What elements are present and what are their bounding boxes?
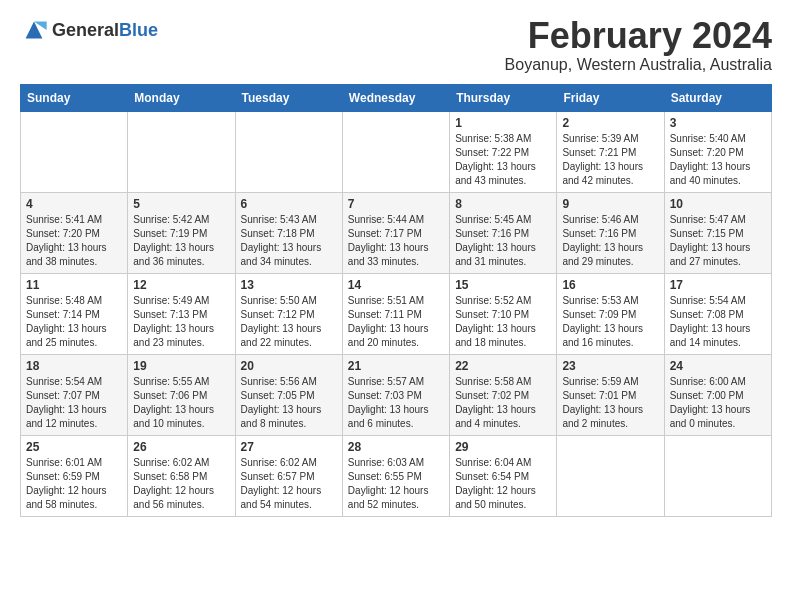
calendar-cell: 6Sunrise: 5:43 AM Sunset: 7:18 PM Daylig… bbox=[235, 192, 342, 273]
calendar-cell: 28Sunrise: 6:03 AM Sunset: 6:55 PM Dayli… bbox=[342, 435, 449, 516]
day-info: Sunrise: 5:38 AM Sunset: 7:22 PM Dayligh… bbox=[455, 132, 551, 188]
day-number: 8 bbox=[455, 197, 551, 211]
calendar-cell: 12Sunrise: 5:49 AM Sunset: 7:13 PM Dayli… bbox=[128, 273, 235, 354]
calendar-cell: 15Sunrise: 5:52 AM Sunset: 7:10 PM Dayli… bbox=[450, 273, 557, 354]
calendar-cell: 3Sunrise: 5:40 AM Sunset: 7:20 PM Daylig… bbox=[664, 111, 771, 192]
weekday-header-saturday: Saturday bbox=[664, 84, 771, 111]
day-number: 12 bbox=[133, 278, 229, 292]
page-header: General Blue February 2024 Boyanup, West… bbox=[20, 16, 772, 74]
day-number: 26 bbox=[133, 440, 229, 454]
calendar-cell: 21Sunrise: 5:57 AM Sunset: 7:03 PM Dayli… bbox=[342, 354, 449, 435]
calendar-cell bbox=[557, 435, 664, 516]
calendar-cell: 16Sunrise: 5:53 AM Sunset: 7:09 PM Dayli… bbox=[557, 273, 664, 354]
logo-blue-text: Blue bbox=[119, 21, 158, 39]
day-number: 5 bbox=[133, 197, 229, 211]
week-row-2: 4Sunrise: 5:41 AM Sunset: 7:20 PM Daylig… bbox=[21, 192, 772, 273]
day-info: Sunrise: 5:50 AM Sunset: 7:12 PM Dayligh… bbox=[241, 294, 337, 350]
calendar-cell: 19Sunrise: 5:55 AM Sunset: 7:06 PM Dayli… bbox=[128, 354, 235, 435]
logo-icon bbox=[20, 16, 48, 44]
day-info: Sunrise: 6:04 AM Sunset: 6:54 PM Dayligh… bbox=[455, 456, 551, 512]
day-info: Sunrise: 5:46 AM Sunset: 7:16 PM Dayligh… bbox=[562, 213, 658, 269]
day-info: Sunrise: 5:56 AM Sunset: 7:05 PM Dayligh… bbox=[241, 375, 337, 431]
day-info: Sunrise: 5:43 AM Sunset: 7:18 PM Dayligh… bbox=[241, 213, 337, 269]
calendar-cell: 7Sunrise: 5:44 AM Sunset: 7:17 PM Daylig… bbox=[342, 192, 449, 273]
day-info: Sunrise: 6:02 AM Sunset: 6:58 PM Dayligh… bbox=[133, 456, 229, 512]
calendar-cell: 17Sunrise: 5:54 AM Sunset: 7:08 PM Dayli… bbox=[664, 273, 771, 354]
calendar-table: SundayMondayTuesdayWednesdayThursdayFrid… bbox=[20, 84, 772, 517]
logo: General Blue bbox=[20, 16, 158, 44]
day-number: 19 bbox=[133, 359, 229, 373]
day-number: 10 bbox=[670, 197, 766, 211]
weekday-header-row: SundayMondayTuesdayWednesdayThursdayFrid… bbox=[21, 84, 772, 111]
day-number: 16 bbox=[562, 278, 658, 292]
day-info: Sunrise: 5:48 AM Sunset: 7:14 PM Dayligh… bbox=[26, 294, 122, 350]
day-number: 29 bbox=[455, 440, 551, 454]
day-info: Sunrise: 5:59 AM Sunset: 7:01 PM Dayligh… bbox=[562, 375, 658, 431]
weekday-header-wednesday: Wednesday bbox=[342, 84, 449, 111]
weekday-header-friday: Friday bbox=[557, 84, 664, 111]
day-info: Sunrise: 5:47 AM Sunset: 7:15 PM Dayligh… bbox=[670, 213, 766, 269]
day-info: Sunrise: 5:55 AM Sunset: 7:06 PM Dayligh… bbox=[133, 375, 229, 431]
calendar-cell: 14Sunrise: 5:51 AM Sunset: 7:11 PM Dayli… bbox=[342, 273, 449, 354]
day-number: 3 bbox=[670, 116, 766, 130]
day-info: Sunrise: 6:02 AM Sunset: 6:57 PM Dayligh… bbox=[241, 456, 337, 512]
day-info: Sunrise: 5:57 AM Sunset: 7:03 PM Dayligh… bbox=[348, 375, 444, 431]
calendar-cell: 8Sunrise: 5:45 AM Sunset: 7:16 PM Daylig… bbox=[450, 192, 557, 273]
calendar-cell: 10Sunrise: 5:47 AM Sunset: 7:15 PM Dayli… bbox=[664, 192, 771, 273]
day-info: Sunrise: 5:45 AM Sunset: 7:16 PM Dayligh… bbox=[455, 213, 551, 269]
week-row-1: 1Sunrise: 5:38 AM Sunset: 7:22 PM Daylig… bbox=[21, 111, 772, 192]
calendar-cell: 20Sunrise: 5:56 AM Sunset: 7:05 PM Dayli… bbox=[235, 354, 342, 435]
day-number: 4 bbox=[26, 197, 122, 211]
day-info: Sunrise: 5:40 AM Sunset: 7:20 PM Dayligh… bbox=[670, 132, 766, 188]
week-row-4: 18Sunrise: 5:54 AM Sunset: 7:07 PM Dayli… bbox=[21, 354, 772, 435]
calendar-cell: 11Sunrise: 5:48 AM Sunset: 7:14 PM Dayli… bbox=[21, 273, 128, 354]
day-number: 20 bbox=[241, 359, 337, 373]
day-number: 7 bbox=[348, 197, 444, 211]
day-number: 1 bbox=[455, 116, 551, 130]
day-info: Sunrise: 5:51 AM Sunset: 7:11 PM Dayligh… bbox=[348, 294, 444, 350]
day-info: Sunrise: 5:44 AM Sunset: 7:17 PM Dayligh… bbox=[348, 213, 444, 269]
calendar-cell: 4Sunrise: 5:41 AM Sunset: 7:20 PM Daylig… bbox=[21, 192, 128, 273]
day-info: Sunrise: 6:01 AM Sunset: 6:59 PM Dayligh… bbox=[26, 456, 122, 512]
day-number: 11 bbox=[26, 278, 122, 292]
calendar-cell: 27Sunrise: 6:02 AM Sunset: 6:57 PM Dayli… bbox=[235, 435, 342, 516]
day-info: Sunrise: 5:39 AM Sunset: 7:21 PM Dayligh… bbox=[562, 132, 658, 188]
day-number: 17 bbox=[670, 278, 766, 292]
day-number: 28 bbox=[348, 440, 444, 454]
calendar-cell: 1Sunrise: 5:38 AM Sunset: 7:22 PM Daylig… bbox=[450, 111, 557, 192]
week-row-3: 11Sunrise: 5:48 AM Sunset: 7:14 PM Dayli… bbox=[21, 273, 772, 354]
calendar-cell: 2Sunrise: 5:39 AM Sunset: 7:21 PM Daylig… bbox=[557, 111, 664, 192]
day-info: Sunrise: 5:49 AM Sunset: 7:13 PM Dayligh… bbox=[133, 294, 229, 350]
day-number: 27 bbox=[241, 440, 337, 454]
calendar-cell: 9Sunrise: 5:46 AM Sunset: 7:16 PM Daylig… bbox=[557, 192, 664, 273]
day-info: Sunrise: 5:53 AM Sunset: 7:09 PM Dayligh… bbox=[562, 294, 658, 350]
month-title: February 2024 bbox=[505, 16, 772, 56]
day-info: Sunrise: 6:00 AM Sunset: 7:00 PM Dayligh… bbox=[670, 375, 766, 431]
weekday-header-sunday: Sunday bbox=[21, 84, 128, 111]
calendar-cell bbox=[128, 111, 235, 192]
day-info: Sunrise: 5:54 AM Sunset: 7:07 PM Dayligh… bbox=[26, 375, 122, 431]
day-info: Sunrise: 6:03 AM Sunset: 6:55 PM Dayligh… bbox=[348, 456, 444, 512]
weekday-header-thursday: Thursday bbox=[450, 84, 557, 111]
day-info: Sunrise: 5:54 AM Sunset: 7:08 PM Dayligh… bbox=[670, 294, 766, 350]
calendar-cell bbox=[342, 111, 449, 192]
day-number: 14 bbox=[348, 278, 444, 292]
calendar-cell: 26Sunrise: 6:02 AM Sunset: 6:58 PM Dayli… bbox=[128, 435, 235, 516]
day-number: 23 bbox=[562, 359, 658, 373]
day-number: 2 bbox=[562, 116, 658, 130]
calendar-cell: 13Sunrise: 5:50 AM Sunset: 7:12 PM Dayli… bbox=[235, 273, 342, 354]
day-number: 6 bbox=[241, 197, 337, 211]
day-info: Sunrise: 5:58 AM Sunset: 7:02 PM Dayligh… bbox=[455, 375, 551, 431]
calendar-cell: 5Sunrise: 5:42 AM Sunset: 7:19 PM Daylig… bbox=[128, 192, 235, 273]
week-row-5: 25Sunrise: 6:01 AM Sunset: 6:59 PM Dayli… bbox=[21, 435, 772, 516]
day-number: 22 bbox=[455, 359, 551, 373]
day-info: Sunrise: 5:42 AM Sunset: 7:19 PM Dayligh… bbox=[133, 213, 229, 269]
calendar-cell bbox=[664, 435, 771, 516]
day-info: Sunrise: 5:52 AM Sunset: 7:10 PM Dayligh… bbox=[455, 294, 551, 350]
day-number: 24 bbox=[670, 359, 766, 373]
day-number: 15 bbox=[455, 278, 551, 292]
calendar-cell: 23Sunrise: 5:59 AM Sunset: 7:01 PM Dayli… bbox=[557, 354, 664, 435]
title-area: February 2024 Boyanup, Western Australia… bbox=[505, 16, 772, 74]
day-number: 25 bbox=[26, 440, 122, 454]
day-info: Sunrise: 5:41 AM Sunset: 7:20 PM Dayligh… bbox=[26, 213, 122, 269]
